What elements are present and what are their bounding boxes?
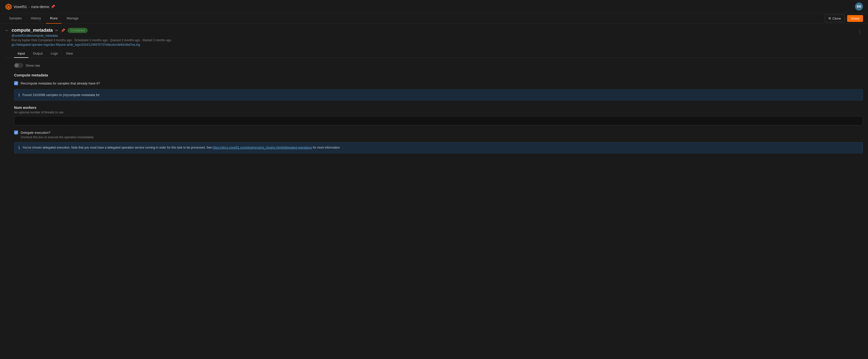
delegate-description: Uncheck this box to execute the operatio… [21,136,863,139]
pin-icon[interactable]: 📌 [51,4,55,8]
meta-run-by: Run by [11,38,21,42]
run-meta: Run by topher Dick Completed 3 months ag… [11,38,854,42]
clone-icon: ⧉ [829,16,831,20]
meta-user: topher Dick [22,38,37,42]
avatar[interactable]: BB [855,2,863,10]
delegate-checkbox-row: Delegate execution? [14,131,863,135]
input-tab-content: Show raw Compute metadata Recompute meta… [5,58,863,158]
top-navigation: Voxel51 › runs-demo 📌 BB [0,0,868,13]
run-log-path[interactable]: gs://delegated-operator-logs/dev-fiftyon… [11,43,854,47]
tab-history[interactable]: History [27,13,45,24]
run-title-row: compute_metadata ✏ 📌 Completed [11,28,854,33]
back-button[interactable]: ← [5,28,9,33]
section-title: Compute metadata [14,73,863,77]
run-more-button[interactable]: ⋮ [857,28,863,35]
breadcrumb-repo[interactable]: runs-demo [31,4,49,9]
delegate-warning-text: You've chosen delegated execution. Note … [22,145,340,150]
meta-started: Started 3 months ago [143,38,171,42]
recompute-checkbox[interactable] [14,81,18,85]
tab-samples[interactable]: Samples [5,13,26,24]
warning-text-after: for more information [312,146,340,149]
tab-manage[interactable]: Manage [63,13,82,24]
tab-nav-right: ⧉ Clone Share [825,15,863,22]
voxel51-logo-icon [5,3,12,10]
show-raw-toggle[interactable] [14,63,23,68]
tab-input[interactable]: Input [14,50,28,58]
num-workers-input[interactable] [14,116,863,126]
info-banner: ℹ Found 1910098 samples to (re)compute m… [14,89,863,101]
num-workers-field: Num workers An optional number of thread… [14,106,863,126]
tab-output[interactable]: Output [29,50,46,58]
num-workers-label: Num workers [14,106,863,110]
breadcrumb: Voxel51 › runs-demo 📌 [5,3,853,10]
tab-runs[interactable]: Runs [46,13,62,24]
info-text: Found 1910098 samples to (re)compute met… [22,93,100,97]
status-badge: Completed [68,28,88,33]
edit-icon[interactable]: ✏ [55,28,58,32]
run-name: compute_metadata [11,28,53,33]
inner-tab-nav: Input Output Logs View [5,50,863,58]
recompute-checkbox-row: Recompute metadata for samples that alre… [14,81,863,85]
show-raw-row: Show raw [14,63,863,68]
delegate-warning-banner: ℹ You've chosen delegated execution. Not… [14,142,863,154]
nav-actions: BB [855,2,863,10]
show-raw-label: Show raw [26,64,40,67]
delegate-docs-link[interactable]: https://docs.voxel51.com/plugins/using_p… [213,146,312,149]
run-title-block: compute_metadata ✏ 📌 Completed @voxel51/… [11,28,854,47]
delegate-checkbox[interactable] [14,131,18,135]
info-icon: ℹ [18,92,20,97]
meta-scheduled: Scheduled 3 months ago [74,38,108,42]
meta-completed: Completed 3 months ago [38,38,71,42]
main-tab-nav: Samples History Runs Manage ⧉ Clone Shar… [0,13,868,24]
run-path[interactable]: @voxel51/utils/compute_metadata [11,34,854,37]
tab-logs[interactable]: Logs [47,50,61,58]
run-header: ← compute_metadata ✏ 📌 Completed @voxel5… [5,28,863,47]
delegate-info-icon: ℹ [18,145,20,150]
breadcrumb-org[interactable]: Voxel51 [13,4,27,9]
meta-queued: Queued 3 months ago [110,38,140,42]
num-workers-description: An optional number of threads to use [14,111,863,114]
run-pin-icon[interactable]: 📌 [61,28,65,32]
main-content: ← compute_metadata ✏ 📌 Completed @voxel5… [0,24,868,162]
share-button[interactable]: Share [847,15,863,22]
clone-button[interactable]: ⧉ Clone [825,15,845,22]
breadcrumb-separator: › [28,4,30,9]
warning-text-before: You've chosen delegated execution. Note … [22,146,213,149]
delegate-label: Delegate execution? [21,131,51,135]
tab-view[interactable]: View [62,50,76,58]
recompute-label: Recompute metadata for samples that alre… [21,81,100,85]
clone-label: Clone [832,17,841,20]
